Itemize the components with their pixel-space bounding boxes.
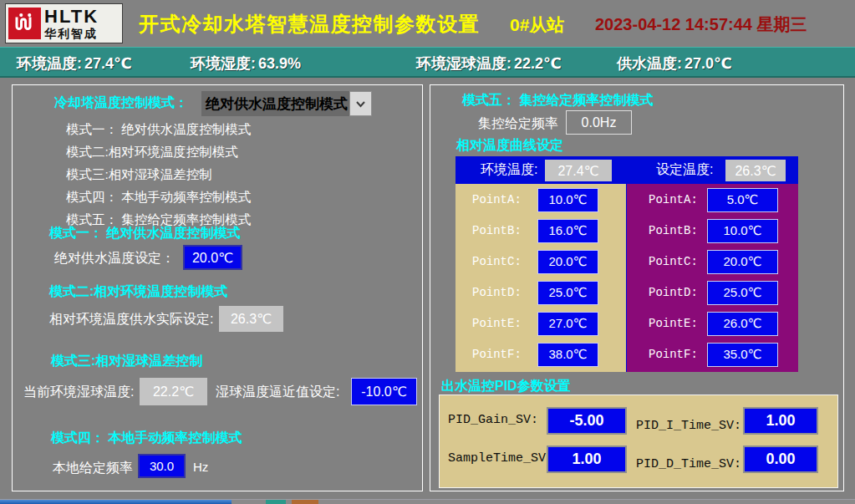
point-c-env-setpoint[interactable]: 20.0℃ xyxy=(537,250,598,274)
point-label: PointD: xyxy=(472,286,537,299)
mode-list-item: 模式三:相对湿球温差控制 xyxy=(66,163,251,186)
taskbar-icon xyxy=(266,500,286,504)
curve-section-title: 相对温度曲线设定 xyxy=(456,137,563,155)
table-row: PointC: 20.0℃ xyxy=(627,247,798,277)
curve-set-temp-value: 26.3℃ xyxy=(725,160,786,181)
header: HLTK 华利智成 开式冷却水塔智慧温度控制参数设置 0#从站 2023-04-… xyxy=(0,0,855,47)
env-temp-points-column: PointA: 10.0℃ PointB: 16.0℃ PointC: 20.0… xyxy=(455,184,626,372)
point-label: PointF: xyxy=(649,348,707,361)
pid-gain-setpoint[interactable]: -5.00 xyxy=(547,407,627,435)
hmi-window: HLTK 华利智成 开式冷却水塔智慧温度控制参数设置 0#从站 2023-04-… xyxy=(0,0,855,504)
local-frequency-setpoint[interactable]: 30.0 xyxy=(138,454,186,478)
mode-select[interactable]: 绝对供水温度控制模式 xyxy=(201,91,349,116)
table-row: PointE: 27.0℃ xyxy=(455,308,626,339)
point-f-set-setpoint[interactable]: 35.0℃ xyxy=(707,343,778,367)
current-wetbulb-label: 当前环境湿球温度: xyxy=(23,384,134,401)
point-b-set-setpoint[interactable]: 10.0℃ xyxy=(707,219,778,243)
point-f-env-setpoint[interactable]: 38.0℃ xyxy=(537,343,598,367)
mode2-section-title: 模式二:相对环境温度控制模式 xyxy=(49,283,227,301)
local-frequency-unit: Hz xyxy=(193,460,208,474)
supply-water-temp-reading: 供水温度:27.0℃ xyxy=(617,53,732,74)
pid-parameters-panel: PID_Gain_SV: -5.00 PID_I_Time_SV: 1.00 S… xyxy=(439,395,838,488)
sample-time-label: SampleTime_SV: xyxy=(448,451,553,466)
set-temp-points-column: PointA: 5.0℃ PointB: 10.0℃ PointC: 20.0℃… xyxy=(627,184,798,372)
curve-env-temp-label: 环境温度: xyxy=(481,161,537,179)
company-logo: HLTK 华利智成 xyxy=(5,3,123,43)
chevron-down-icon xyxy=(355,96,366,111)
logo-company-text: 华利智成 xyxy=(44,28,99,39)
point-label: PointC: xyxy=(472,255,537,268)
point-label: PointC: xyxy=(649,255,707,268)
mode-select-value: 绝对供水温度控制模式 xyxy=(206,94,348,114)
sample-time-setpoint[interactable]: 1.00 xyxy=(547,445,627,473)
point-d-env-setpoint[interactable]: 25.0℃ xyxy=(537,281,598,305)
main-area: 冷却塔温度控制模式： 绝对供水温度控制模式 模式一： 绝对供水温度控制模式 模式… xyxy=(0,78,855,499)
rel-env-temp-actual-value: 26.3℃ xyxy=(219,306,283,332)
mode4-section-title: 模式四： 本地手动频率控制模式 xyxy=(51,430,242,447)
abs-supply-temp-label: 绝对供水温度设定： xyxy=(54,250,175,267)
mode-list-item: 模式四： 本地手动频率控制模式 xyxy=(66,186,251,208)
pid-i-time-setpoint[interactable]: 1.00 xyxy=(743,407,818,435)
taskbar-icon xyxy=(292,500,318,504)
table-row: PointD: 25.0℃ xyxy=(627,277,798,308)
point-label: PointD: xyxy=(649,286,707,299)
mode1-section-title: 模式一： 绝对供水温度控制模式 xyxy=(49,225,240,242)
curve-env-temp-value: 27.4℃ xyxy=(545,160,612,181)
pid-gain-label: PID_Gain_SV: xyxy=(448,413,538,427)
point-label: PointE: xyxy=(649,317,707,330)
wetbulb-approach-setpoint[interactable]: -10.0℃ xyxy=(351,378,417,405)
curve-and-pid-panel: 模式五： 集控给定频率控制模式 集控给定频率 0.0Hz 相对温度曲线设定 环境… xyxy=(430,84,844,491)
point-label: PointE: xyxy=(472,317,537,330)
pid-section-title: 出水温控PID参数设置 xyxy=(441,378,571,395)
control-mode-panel: 冷却塔温度控制模式： 绝对供水温度控制模式 模式一： 绝对供水温度控制模式 模式… xyxy=(12,84,423,491)
mode5-section-title: 模式五： 集控给定频率控制模式 xyxy=(462,92,653,109)
point-d-set-setpoint[interactable]: 25.0℃ xyxy=(707,281,778,305)
env-humidity-reading: 环境湿度:63.9% xyxy=(191,53,301,74)
table-row: PointF: 38.0℃ xyxy=(455,339,626,369)
relative-temp-curve-table: 环境温度: 27.4℃ 设定温度: 26.3℃ PointA: 10.0℃ Po… xyxy=(455,156,798,372)
table-row: PointA: 10.0℃ xyxy=(455,185,626,215)
taskbar-edge xyxy=(0,499,855,504)
mode-list-item: 模式一： 绝对供水温度控制模式 xyxy=(66,118,251,140)
rel-env-temp-label: 相对环境温度供水实际设定: xyxy=(49,311,213,328)
point-a-set-setpoint[interactable]: 5.0℃ xyxy=(707,188,778,212)
pid-d-time-setpoint[interactable]: 0.00 xyxy=(743,445,818,473)
hltk-logo-icon xyxy=(8,8,41,39)
datetime-display: 2023-04-12 14:57:44 星期三 xyxy=(595,13,807,36)
mode-list-item: 模式二:相对环境温度控制模式 xyxy=(66,140,251,163)
point-e-env-setpoint[interactable]: 27.0℃ xyxy=(537,312,598,336)
point-label: PointB: xyxy=(472,224,537,237)
point-c-set-setpoint[interactable]: 20.0℃ xyxy=(707,250,778,274)
table-row: PointD: 25.0℃ xyxy=(455,277,626,308)
station-label: 0#从站 xyxy=(510,13,564,37)
table-row: PointE: 26.0℃ xyxy=(627,308,798,339)
abs-supply-temp-setpoint[interactable]: 20.0℃ xyxy=(183,245,242,270)
wetbulb-approach-label: 湿球温度逼近值设定: xyxy=(216,384,339,401)
point-a-env-setpoint[interactable]: 10.0℃ xyxy=(537,188,598,212)
curve-set-temp-label: 设定温度: xyxy=(656,161,713,179)
mode3-section-title: 模式三:相对湿球温差控制 xyxy=(51,353,202,370)
mode-list: 模式一： 绝对供水温度控制模式 模式二:相对环境温度控制模式 模式三:相对湿球温… xyxy=(66,118,251,231)
table-row: PointA: 5.0℃ xyxy=(627,185,798,215)
table-row: PointF: 35.0℃ xyxy=(627,339,798,369)
point-label: PointA: xyxy=(472,193,537,206)
pid-d-time-label: PID_D_Time_SV: xyxy=(636,457,741,471)
point-label: PointA: xyxy=(649,193,707,206)
point-b-env-setpoint[interactable]: 16.0℃ xyxy=(537,219,598,243)
point-e-set-setpoint[interactable]: 26.0℃ xyxy=(707,312,778,336)
table-row: PointC: 20.0℃ xyxy=(455,247,626,277)
env-wetbulb-reading: 环境湿球温度:22.2℃ xyxy=(416,53,562,74)
mode-select-dropdown-button[interactable] xyxy=(349,91,372,116)
table-row: PointB: 16.0℃ xyxy=(455,216,626,246)
current-wetbulb-value: 22.2℃ xyxy=(140,378,207,405)
page-title: 开式冷却水塔智慧温度控制参数设置 xyxy=(139,11,480,38)
table-row: PointB: 10.0℃ xyxy=(627,216,798,246)
mode-select-label: 冷却塔温度控制模式： xyxy=(54,94,188,112)
point-label: PointB: xyxy=(649,224,707,237)
point-label: PointF: xyxy=(472,348,537,361)
env-temperature-reading: 环境温度:27.4℃ xyxy=(17,53,132,74)
logo-brand-text: HLTK xyxy=(44,8,99,26)
environment-status-bar: 环境温度:27.4℃ 环境湿度:63.9% 环境湿球温度:22.2℃ 供水温度:… xyxy=(0,47,855,78)
central-frequency-label: 集控给定频率 xyxy=(478,115,558,133)
local-frequency-label: 本地给定频率 xyxy=(53,460,133,477)
